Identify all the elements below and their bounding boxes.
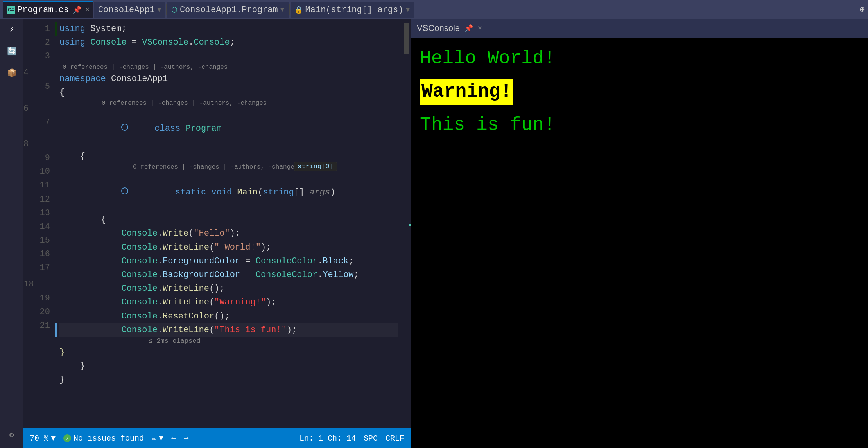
pencil-icon: ✏ <box>152 434 156 443</box>
zoom-level[interactable]: 70 % ▼ <box>30 434 56 443</box>
scrollbar-thumb[interactable] <box>404 23 409 54</box>
encoding-value: CRLF <box>386 434 404 443</box>
code-line-4: namespace ConsoleApp1 <box>59 72 398 86</box>
tab-program-cs[interactable]: C# Program.cs 📌 × <box>3 1 93 18</box>
code-line-16: Console.ResetColor(); <box>59 309 398 323</box>
code-lens-class-text: 0 references | -changes | -authors, -cha… <box>102 99 267 108</box>
code-lens-class: 0 references | -changes | -authors, -cha… <box>99 99 398 108</box>
code-line-2: using Console = VSConsole.Console; <box>59 36 398 49</box>
sidebar-icon-lightning[interactable]: ⚡ <box>5 22 19 36</box>
code-line-11: Console.WriteLine(" World!"); <box>59 241 398 254</box>
tab-main-method[interactable]: 🔒 Main(string[] args) ▼ <box>291 1 414 18</box>
sidebar-icon-refresh[interactable]: 🔄 <box>5 44 19 58</box>
pencil-dropdown[interactable]: ▼ <box>159 434 163 443</box>
code-editor[interactable]: 1 2 3 4 5 6 7 8 9 10 11 12 13 14 15 16 1… <box>23 19 411 428</box>
editor-panel: 1 2 3 4 5 6 7 8 9 10 11 12 13 14 15 16 1… <box>23 19 411 448</box>
encoding-status[interactable]: CRLF <box>386 434 404 443</box>
no-issues-icon: ✓ <box>63 434 71 442</box>
console-content: Hello World! Warning! This is fun! <box>411 38 868 448</box>
scrollbar-highlight <box>409 224 411 226</box>
console-title: VSConsole <box>417 23 460 33</box>
code-line-17: Console.WriteLine("This is fun!"); <box>59 323 398 337</box>
code-line-8: static void Main(string[] args) <box>59 172 398 213</box>
tab-program-pin[interactable]: 📌 <box>73 5 81 14</box>
lock-icon: 🔒 <box>294 5 303 14</box>
code-line-6: class Program <box>59 108 398 149</box>
console-pin[interactable]: 📌 <box>464 24 473 32</box>
console-line-3: This is fun! <box>420 112 859 138</box>
code-line-13: Console.BackgroundColor = ConsoleColor.Y… <box>59 268 398 282</box>
title-bar: C# Program.cs 📌 × ConsoleApp1 ▼ ⬡ Consol… <box>0 0 868 19</box>
tab-program-close[interactable]: × <box>85 6 90 14</box>
code-line-10: Console.Write("Hello"); <box>59 227 398 240</box>
console-line-warning: Warning! <box>420 79 513 105</box>
tab-class-label: ConsoleApp1.Program <box>180 5 278 15</box>
code-line-3 <box>59 49 398 63</box>
code-lens-method: 0 references | -changes | -authors, -cha… <box>130 163 398 172</box>
pencil-btn[interactable]: ✏ ▼ <box>152 434 163 443</box>
code-line-12: Console.ForegroundColor = ConsoleColor.B… <box>59 254 398 268</box>
tab-program-label: Program.cs <box>17 5 69 15</box>
cs-icon: C# <box>7 6 15 14</box>
expand-btn[interactable]: ⊕ <box>860 4 865 15</box>
class-icon: ⬡ <box>171 5 178 14</box>
elapsed-hint: ≤ 2ms elapsed <box>145 337 398 345</box>
code-line-5: { <box>59 86 398 99</box>
code-lens-method-text: 0 references | -changes | -authors, -cha… <box>133 163 298 172</box>
tooltip-args: string[0] <box>294 162 337 171</box>
sidebar-icon-package[interactable]: 📦 <box>5 66 19 80</box>
nav-left[interactable]: ← <box>171 434 176 443</box>
code-line-19: } <box>59 359 398 373</box>
zoom-dropdown-icon[interactable]: ▼ <box>51 434 56 443</box>
sidebar: ⚡ 🔄 📦 ⚙ <box>0 19 23 448</box>
main-content: ⚡ 🔄 📦 ⚙ 1 2 3 4 5 6 7 8 9 10 11 12 13 <box>0 19 868 448</box>
status-left: 70 % ▼ ✓ No issues found ✏ ▼ ← → <box>30 434 188 443</box>
issues-status[interactable]: ✓ No issues found <box>63 434 144 443</box>
code-line-18: } <box>59 345 398 359</box>
code-line-20: } <box>59 373 398 387</box>
code-line-15: Console.WriteLine("Warning!"); <box>59 295 398 309</box>
tab-main-label: Main(string[] args) <box>305 5 404 15</box>
code-lens-ns: 0 references | -changes | -authors, -cha… <box>59 63 398 72</box>
code-line-21 <box>59 387 398 401</box>
line-col[interactable]: Ln: 1 Ch: 14 <box>299 434 356 443</box>
code-line-9: { <box>59 213 398 227</box>
status-right: Ln: 1 Ch: 14 SPC CRLF <box>299 434 404 443</box>
code-line-14: Console.WriteLine(); <box>59 282 398 295</box>
code-line-1: using System; <box>59 22 398 36</box>
elapsed-text: ≤ 2ms elapsed <box>149 337 201 345</box>
tab-program-class[interactable]: ⬡ ConsoleApp1.Program ▼ <box>167 1 289 18</box>
code-lens-ns-text: 0 references | -changes | -authors, -cha… <box>63 63 228 72</box>
spaces-status[interactable]: SPC <box>364 434 378 443</box>
tab-consoleapp1[interactable]: ConsoleApp1 ▼ <box>94 1 165 18</box>
code-line-7: { <box>59 149 398 163</box>
line-numbers: 1 2 3 4 5 6 7 8 9 10 11 12 13 14 15 16 1… <box>23 19 55 428</box>
status-bar: 70 % ▼ ✓ No issues found ✏ ▼ ← → Ln: 1 C… <box>23 428 411 448</box>
issues-text: No issues found <box>74 434 144 443</box>
console-close[interactable]: × <box>478 24 482 32</box>
console-panel: VSConsole 📌 × Hello World! Warning! This… <box>411 19 868 448</box>
console-line-1: Hello World! <box>420 45 859 72</box>
editor-scrollbar[interactable] <box>403 19 411 428</box>
spaces-value: SPC <box>364 434 378 443</box>
nav-right[interactable]: → <box>184 434 188 443</box>
zoom-value: 70 % <box>30 434 48 443</box>
line-col-value: Ln: 1 Ch: 14 <box>299 434 356 443</box>
sidebar-icon-settings[interactable]: ⚙ <box>5 428 19 442</box>
code-content[interactable]: using System; using Console = VSConsole.… <box>55 19 403 428</box>
console-title-bar: VSConsole 📌 × <box>411 19 868 38</box>
tab-ca1-label: ConsoleApp1 <box>98 5 155 15</box>
